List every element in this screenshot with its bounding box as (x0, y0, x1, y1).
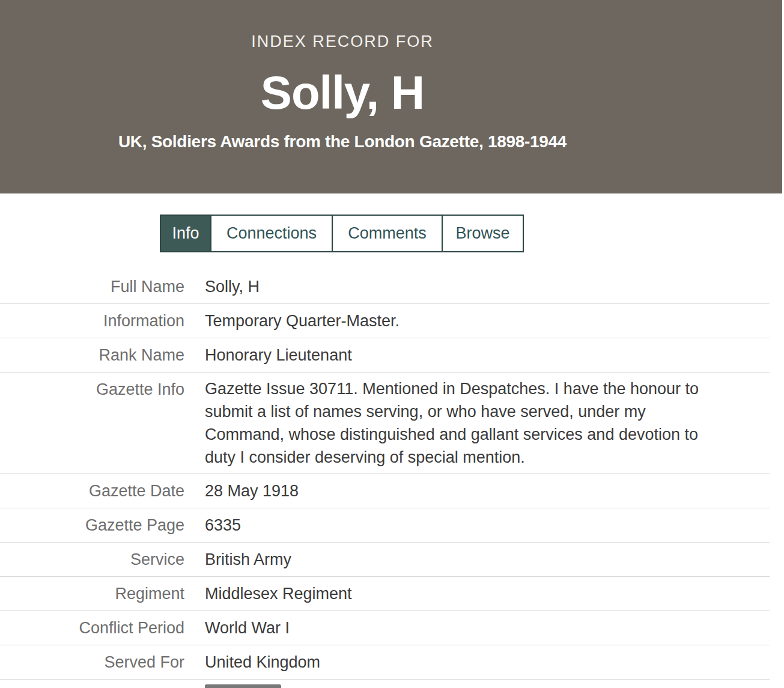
served-for-label: Served For (0, 650, 184, 674)
row-full-name: Full Name Solly, H (0, 270, 770, 304)
full-name-value: Solly, H (205, 275, 770, 299)
regiment-label: Regiment (0, 582, 184, 606)
record-header-inner: INDEX RECORD FOR Solly, H UK, Soldiers A… (0, 0, 685, 151)
tab-browse[interactable]: Browse (443, 216, 523, 251)
row-service: Service British Army (0, 543, 770, 577)
service-label: Service (0, 547, 184, 571)
served-for-value: United Kingdom (205, 650, 770, 674)
index-record-label: INDEX RECORD FOR (0, 33, 685, 50)
tab-connections[interactable]: Connections (211, 216, 333, 251)
regiment-value: Middlesex Regiment (205, 582, 770, 606)
gazette-date-value: 28 May 1918 (205, 479, 770, 503)
conflict-period-label: Conflict Period (0, 616, 184, 640)
row-conflict-period: Conflict Period World War I (0, 611, 770, 645)
row-gazette-info: Gazette Info Gazette Issue 30711. Mentio… (0, 373, 770, 474)
gazette-date-label: Gazette Date (0, 479, 184, 503)
record-tabs: Info Connections Comments Browse (160, 215, 524, 252)
record-detail-table: Full Name Solly, H Information Temporary… (0, 270, 784, 680)
row-served-for: Served For United Kingdom (0, 645, 770, 680)
rank-name-label: Rank Name (0, 343, 184, 367)
collection-title: UK, Soldiers Awards from the London Gaze… (0, 133, 685, 151)
tab-comments[interactable]: Comments (333, 216, 443, 251)
row-rank-name: Rank Name Honorary Lieutenant (0, 338, 770, 373)
service-value: British Army (205, 547, 770, 571)
record-header: INDEX RECORD FOR Solly, H UK, Soldiers A… (0, 0, 782, 193)
conflict-period-value: World War I (205, 616, 770, 640)
gazette-page-value: 6335 (205, 513, 770, 537)
next-row-partial-text (205, 684, 281, 688)
row-information: Information Temporary Quarter-Master. (0, 304, 770, 338)
information-value: Temporary Quarter-Master. (205, 309, 770, 333)
gazette-page-label: Gazette Page (0, 513, 184, 537)
information-label: Information (0, 309, 184, 333)
gazette-info-value: Gazette Issue 30711. Mentioned in Despat… (205, 377, 770, 469)
row-gazette-page: Gazette Page 6335 (0, 508, 770, 543)
tab-info[interactable]: Info (161, 216, 211, 251)
record-page: INDEX RECORD FOR Solly, H UK, Soldiers A… (0, 0, 784, 688)
record-title: Solly, H (0, 68, 685, 117)
gazette-info-label: Gazette Info (0, 377, 184, 469)
full-name-label: Full Name (0, 275, 184, 299)
row-regiment: Regiment Middlesex Regiment (0, 577, 770, 611)
rank-name-value: Honorary Lieutenant (205, 343, 770, 367)
row-gazette-date: Gazette Date 28 May 1918 (0, 474, 770, 508)
